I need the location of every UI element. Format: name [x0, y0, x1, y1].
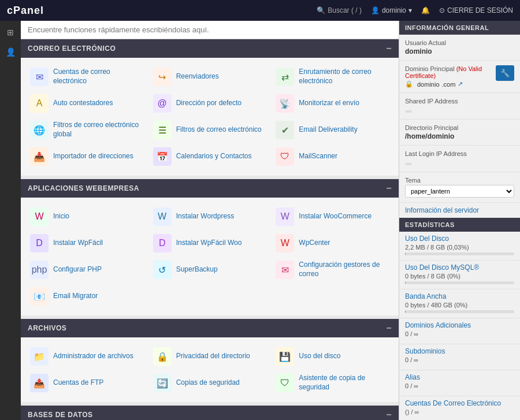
section-basesdatos: BASES DE DATOS−🗄phpMyAdmin🗃Bases de dato… [21, 406, 399, 420]
dominio-row: 🔒 dominio .com ↗ [405, 80, 496, 88]
item-archivos-3[interactable]: 📤Cuentas de FTP [25, 371, 148, 395]
item-label-webempresa-4: Instalar WpFácil Woo [176, 239, 242, 248]
item-label-correo-8: Email Deliverability [299, 125, 357, 135]
item-label-correo-3: Auto contestadores [53, 99, 113, 108]
section-title-basesdatos: BASES DE DATOS [28, 411, 93, 419]
item-correo-11[interactable]: 🛡MailScanner [271, 144, 394, 169]
item-webempresa-3[interactable]: DInstalar WpFácil [25, 231, 148, 255]
tema-select[interactable]: paper_lantern [405, 185, 514, 198]
item-archivos-1[interactable]: 🔒Privacidad del directorio [148, 344, 272, 369]
item-correo-6[interactable]: 🌐Filtros de correo electrónico global [25, 118, 148, 142]
default-icon: @ [153, 94, 172, 113]
item-archivos-4[interactable]: 🔄Copias de seguridad [148, 371, 272, 395]
stats-label-3[interactable]: Dominios Adicionales [405, 321, 514, 329]
backup-icon: ↺ [153, 261, 172, 279]
search-label: Buscar ( / ) [328, 6, 362, 14]
stats-value-6: () / ∞ [405, 408, 514, 415]
item-correo-9[interactable]: 📥Importador de direcciones [25, 144, 148, 169]
server-info-link[interactable]: Información del servidor [399, 203, 520, 218]
function-search-input[interactable] [28, 25, 392, 34]
logout-icon: ⊙ [439, 6, 445, 14]
collapse-btn-archivos[interactable]: − [386, 323, 392, 333]
tema-label: Tema [405, 177, 514, 184]
item-webempresa-2[interactable]: WInstalar WooCommerce [271, 205, 394, 229]
collapse-btn-correo[interactable]: − [386, 43, 392, 54]
item-correo-4[interactable]: @Dirección por defecto [148, 91, 272, 116]
stats-label-1[interactable]: Uso Del Disco MySQL® [405, 263, 514, 272]
section-title-archivos: ARCHIVOS [28, 324, 66, 332]
item-archivos-5[interactable]: 🛡Asistente de copia de seguridad [271, 371, 394, 395]
section-header-webempresa: APLICACIONES WEBEMPRESA− [21, 179, 399, 198]
directorio-value: /home/dominio [405, 132, 514, 140]
info-general-header: INFORMACIÓN GENERAL [399, 21, 520, 35]
item-webempresa-9[interactable]: 📧Email Migrator [25, 284, 148, 309]
progress-bar-2 [405, 310, 514, 313]
item-webempresa-5[interactable]: WWpCenter [271, 231, 394, 255]
stats-label-4[interactable]: Subdominios [405, 347, 514, 355]
user-label: dominio [382, 6, 406, 14]
item-webempresa-0[interactable]: WInicio [25, 205, 148, 229]
autoresponder-icon: A [30, 94, 49, 113]
item-label-archivos-0: Administrador de archivos [53, 352, 133, 361]
item-webempresa-1[interactable]: WInstalar Wordpress [148, 205, 272, 229]
section-header-correo: CORREO ELECTRÓNICO− [21, 39, 399, 58]
section-correo: CORREO ELECTRÓNICO−✉Cuentas de correo el… [21, 39, 399, 176]
dominio-text: Dominio Principal (No Valid Certificate)… [405, 65, 496, 88]
nav-left: cPanel [7, 5, 44, 17]
item-label-webempresa-8: Configuración gestores de correo [299, 261, 389, 278]
item-correo-3[interactable]: AAuto contestadores [25, 91, 148, 116]
stats-value-0: 2,2 MB / 8 GB (0,03%) [405, 244, 514, 251]
stats-label-2[interactable]: Banda Ancha [405, 292, 514, 300]
php-icon: php [30, 261, 49, 279]
logout-btn[interactable]: ⊙ CIERRE DE SESIÓN [439, 6, 513, 14]
progress-fill-1 [405, 281, 406, 284]
item-webempresa-7[interactable]: ↺SuperBackup [148, 258, 272, 282]
collapse-btn-basesdatos[interactable]: − [386, 410, 392, 420]
external-link-icon[interactable]: ↗ [458, 80, 463, 88]
restore-icon: 🔄 [153, 374, 172, 392]
wordpress-icon: W [153, 207, 172, 226]
section-archivos: ARCHIVOS−📁Administrador de archivos🔒Priv… [21, 319, 399, 402]
notifications-btn[interactable]: 🔔 [421, 6, 430, 14]
item-label-archivos-4: Copias de seguridad [176, 378, 240, 388]
shared-ip-label: Shared IP Address [405, 98, 514, 105]
section-body-correo: ✉Cuentas de correo electrónico↪Reenviado… [21, 58, 399, 176]
sidebar-grid-icon[interactable]: ⊞ [3, 25, 17, 39]
item-webempresa-4[interactable]: DInstalar WpFácil Woo [148, 231, 272, 255]
wpcenter-icon: W [276, 234, 294, 252]
item-webempresa-6[interactable]: phpConfigurar PHP [25, 258, 148, 282]
item-webempresa-8[interactable]: ✉Configuración gestores de correo [271, 258, 394, 282]
item-label-correo-2: Enrutamiento de correo electrónico [299, 68, 389, 86]
sidebar-user-icon[interactable]: 👤 [3, 45, 17, 59]
filemanager-icon: 📁 [30, 347, 49, 366]
item-correo-5[interactable]: 📡Monitorizar el envío [271, 91, 394, 116]
section-header-basesdatos: BASES DE DATOS− [21, 406, 399, 420]
item-correo-10[interactable]: 📅Calendarios y Contactos [148, 144, 272, 169]
dirprivacy-icon: 🔒 [153, 347, 172, 366]
item-archivos-2[interactable]: 💾Uso del disco [271, 344, 394, 369]
item-correo-2[interactable]: ⇄Enrutamiento de correo electrónico [271, 65, 394, 89]
item-label-archivos-3: Cuentas de FTP [53, 378, 103, 388]
stats-label-0[interactable]: Uso Del Disco [405, 235, 514, 243]
item-label-correo-4: Dirección por defecto [176, 99, 242, 108]
chevron-down-icon: ▾ [408, 6, 412, 14]
search-icon: 🔍 [317, 6, 325, 14]
import-icon: 📥 [30, 147, 49, 166]
stats-label-6[interactable]: Cuentas De Correo Electrónico [405, 399, 514, 407]
stats-value-1: 0 bytes / 8 GB (0%) [405, 273, 514, 280]
diskusage-icon: 💾 [276, 347, 294, 366]
progress-fill-2 [405, 310, 406, 313]
bell-icon: 🔔 [421, 6, 430, 14]
item-correo-1[interactable]: ↪Reenviadores [148, 65, 272, 89]
function-search-bar [21, 21, 399, 39]
collapse-btn-webempresa[interactable]: − [386, 183, 392, 194]
item-label-correo-11: MailScanner [299, 152, 337, 161]
item-correo-7[interactable]: ☰Filtros de correo electrónico [148, 118, 272, 142]
item-archivos-0[interactable]: 📁Administrador de archivos [25, 344, 148, 369]
stats-label-5[interactable]: Alias [405, 373, 514, 381]
user-menu[interactable]: 👤 dominio ▾ [371, 6, 412, 14]
domain-settings-btn[interactable]: 🔧 [496, 65, 514, 81]
item-correo-8[interactable]: ✔Email Deliverability [271, 118, 394, 142]
item-correo-0[interactable]: ✉Cuentas de correo electrónico [25, 65, 148, 89]
item-label-webempresa-9: Email Migrator [53, 292, 98, 301]
